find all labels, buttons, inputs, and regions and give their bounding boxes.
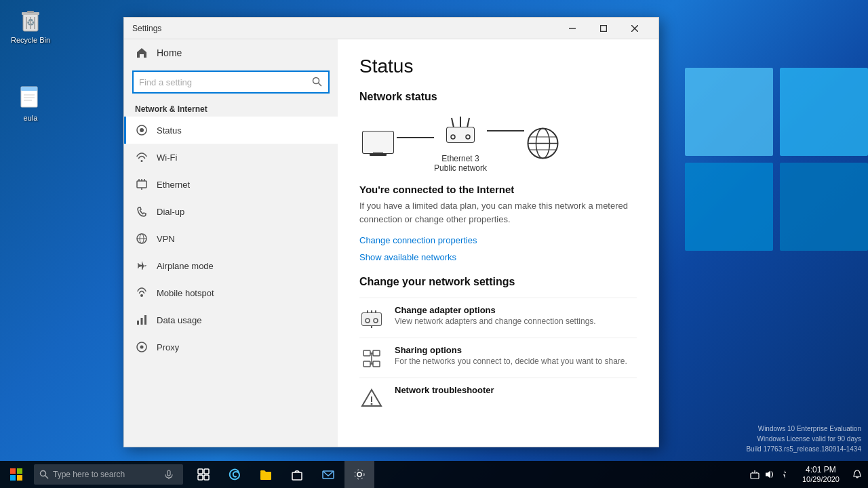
eula-label: eula <box>24 114 38 122</box>
find-setting-input[interactable] <box>139 77 312 87</box>
file-explorer-button[interactable] <box>251 461 281 488</box>
svg-rect-24 <box>137 181 146 188</box>
sharing-title: Sharing options <box>395 345 627 355</box>
taskbar-clock[interactable]: 4:01 PM 10/29/2020 <box>795 461 846 488</box>
svg-rect-3 <box>780 163 868 251</box>
svg-rect-74 <box>10 475 16 481</box>
svg-rect-78 <box>167 470 170 476</box>
proxy-icon <box>135 340 149 354</box>
edge-button[interactable] <box>220 461 250 488</box>
svg-rect-34 <box>141 318 143 325</box>
mail-button[interactable] <box>313 461 343 488</box>
change-connection-link[interactable]: Change connection properties <box>359 235 637 245</box>
settings-taskbar-button[interactable] <box>344 461 374 488</box>
svg-rect-84 <box>260 472 271 480</box>
wifi-label: Wi-Fi <box>157 152 177 163</box>
windows-logo-bg <box>678 0 868 488</box>
sharing-setting-text: Sharing options For the networks you con… <box>395 345 627 366</box>
clock-date: 10/29/2020 <box>802 475 840 484</box>
taskbar: 4:01 PM 10/29/2020 <box>0 461 868 488</box>
globe-icon <box>524 125 561 162</box>
adapter-setting-text: Change adapter options View network adap… <box>395 305 596 326</box>
ethernet-icon <box>135 178 149 191</box>
svg-rect-2 <box>685 163 773 251</box>
power-tray-icon <box>779 469 790 480</box>
svg-rect-63 <box>373 350 380 356</box>
sidebar-item-status[interactable]: Status <box>124 117 338 144</box>
taskbar-search[interactable] <box>34 464 183 485</box>
connected-text: You're connected to the Internet <box>359 184 637 195</box>
sidebar-item-airplane[interactable]: Airplane mode <box>124 252 338 279</box>
windows-info: Windows 10 Enterprise Evaluation Windows… <box>746 424 861 454</box>
sidebar-section-label: Network & Internet <box>124 98 338 117</box>
adapter-setting-icon <box>359 306 384 331</box>
svg-point-23 <box>140 128 144 132</box>
svg-rect-72 <box>10 468 16 474</box>
svg-rect-6 <box>27 11 34 13</box>
dialup-icon <box>135 205 149 218</box>
svg-rect-64 <box>363 361 370 367</box>
svg-point-32 <box>140 294 143 297</box>
net-line-2 <box>487 130 524 131</box>
task-view-button[interactable] <box>189 461 218 488</box>
dialup-label: Dial-up <box>157 207 184 217</box>
sidebar-item-proxy[interactable]: Proxy <box>124 333 338 361</box>
status-label: Status <box>157 125 182 136</box>
window-title: Settings <box>132 24 557 33</box>
sidebar-item-dialup[interactable]: Dial-up <box>124 198 338 225</box>
troubleshooter-title: Network troubleshooter <box>395 385 494 395</box>
svg-point-76 <box>41 471 46 476</box>
recycle-bin-icon[interactable]: ♻ Recycle Bin <box>3 3 58 47</box>
svg-rect-82 <box>198 475 203 480</box>
svg-line-21 <box>319 83 322 87</box>
window-body: Home Network & Internet <box>124 39 658 447</box>
taskbar-right: 4:01 PM 10/29/2020 <box>744 461 868 488</box>
main-content: Status Network status <box>338 39 658 447</box>
taskbar-search-icon <box>39 470 49 479</box>
store-button[interactable] <box>282 461 312 488</box>
sidebar-item-hotspot[interactable]: Mobile hotspot <box>124 279 338 306</box>
close-button[interactable] <box>619 18 650 39</box>
maximize-button[interactable] <box>588 18 619 39</box>
recycle-bin-label: Recycle Bin <box>11 36 50 44</box>
svg-line-44 <box>452 118 454 127</box>
minimize-button[interactable] <box>557 18 588 39</box>
sidebar-item-datausage[interactable]: Data usage <box>124 306 338 333</box>
volume-tray-icon <box>764 469 775 480</box>
adapter-setting-item[interactable]: Change adapter options View network adap… <box>359 298 637 338</box>
svg-rect-17 <box>601 25 607 31</box>
title-bar: Settings <box>124 18 658 39</box>
eula-icon[interactable]: eula <box>3 81 58 125</box>
svg-line-46 <box>467 118 469 127</box>
start-button[interactable] <box>0 461 33 488</box>
find-setting-search[interactable] <box>132 70 330 94</box>
system-tray[interactable] <box>744 461 795 488</box>
datausage-icon <box>135 313 149 327</box>
recycle-bin-image: ♻ <box>17 6 44 33</box>
sharing-setting-item[interactable]: Sharing options For the networks you con… <box>359 338 637 378</box>
proxy-label: Proxy <box>157 342 179 352</box>
svg-rect-62 <box>363 350 370 356</box>
vpn-icon <box>135 232 149 245</box>
notification-button[interactable] <box>846 461 868 488</box>
window-controls <box>557 18 650 39</box>
router-icon: Ethernet 3 Public network <box>434 114 487 173</box>
sidebar-item-wifi[interactable]: Wi-Fi <box>124 144 338 171</box>
sidebar-item-ethernet[interactable]: Ethernet <box>124 171 338 198</box>
home-icon <box>135 46 149 60</box>
home-button[interactable]: Home <box>124 39 338 66</box>
show-networks-link[interactable]: Show available networks <box>359 252 637 262</box>
taskbar-search-input[interactable] <box>53 470 161 479</box>
svg-rect-80 <box>198 469 203 474</box>
svg-rect-1 <box>780 68 868 156</box>
airplane-label: Airplane mode <box>157 261 214 271</box>
svg-rect-0 <box>685 68 773 156</box>
eula-image <box>17 84 44 111</box>
sidebar-item-vpn[interactable]: VPN <box>124 225 338 252</box>
clock-time: 4:01 PM <box>806 465 836 474</box>
svg-point-20 <box>313 78 319 84</box>
vpn-label: VPN <box>157 234 175 244</box>
status-icon <box>135 123 149 137</box>
troubleshooter-setting-item[interactable]: Network troubleshooter <box>359 378 637 418</box>
connected-sub-text: If you have a limited data plan, you can… <box>359 199 637 226</box>
